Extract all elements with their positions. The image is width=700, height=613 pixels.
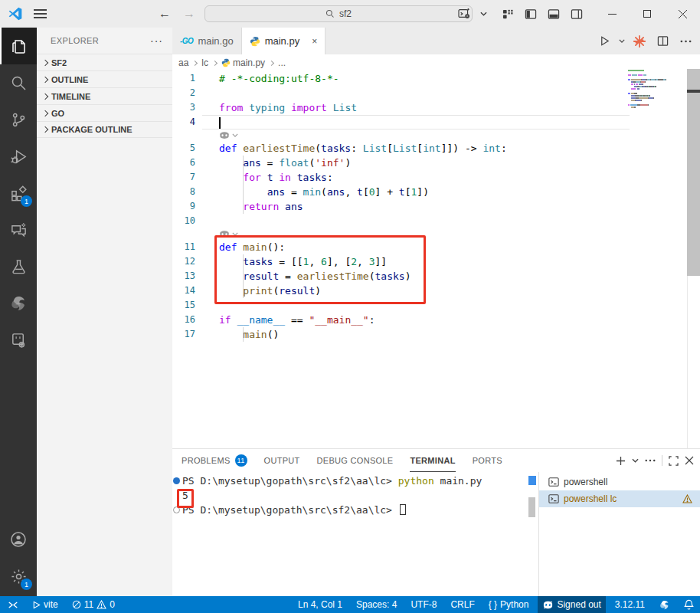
copilot-status[interactable]: Signed out <box>538 596 605 613</box>
minimap[interactable] <box>628 70 683 109</box>
sidebar-section-timeline[interactable]: TIMELINE <box>37 87 172 104</box>
sidebar-section-package-outline[interactable]: PACKAGE OUTLINE <box>37 121 172 138</box>
extension-starburst-icon[interactable] <box>630 31 649 51</box>
activity-extensions[interactable]: 1 <box>0 175 37 211</box>
copilot-inline-widget[interactable] <box>172 228 700 240</box>
explorer-more-actions[interactable]: ··· <box>150 34 163 47</box>
window-minimize-button[interactable] <box>594 0 630 28</box>
terminal-item-label: powershell <box>564 477 607 487</box>
chevron-down-icon[interactable] <box>232 232 238 236</box>
window-close-button[interactable] <box>665 0 700 28</box>
search-icon <box>9 74 28 92</box>
cursor-position[interactable]: Ln 4, Col 1 <box>293 596 347 613</box>
sidebar-title: EXPLORER <box>51 36 99 45</box>
new-terminal-icon[interactable] <box>616 456 626 466</box>
line-number: 10 <box>172 214 202 228</box>
title-bar-actions <box>453 0 700 28</box>
terminal-cursor <box>400 504 406 515</box>
toggle-primary-sidebar-icon[interactable] <box>521 4 541 24</box>
activity-swirl-extension[interactable] <box>0 285 37 322</box>
chevron-right-icon <box>41 93 47 100</box>
tab-main-py[interactable]: main.py × <box>242 28 326 54</box>
code-line-1: 1# -*-coding:utf-8-*- <box>172 71 700 86</box>
maximize-panel-icon[interactable] <box>669 456 679 466</box>
breadcrumb-item-lc[interactable]: lc <box>201 57 208 68</box>
tab-label: main.py <box>265 35 300 47</box>
section-label: PACKAGE OUTLINE <box>51 125 132 134</box>
vite-task-button[interactable]: vite <box>28 596 63 613</box>
code-lines: 1# -*-coding:utf-8-*-23from typing impor… <box>172 71 700 342</box>
terminal-icon <box>548 493 559 504</box>
line-number: 4 <box>172 115 202 129</box>
terminal-item-powershell[interactable]: powershell <box>539 474 700 490</box>
command-success-decoration[interactable] <box>173 477 180 484</box>
sidebar-section-outline[interactable]: OUTLINE <box>37 70 172 87</box>
swirl-extension-status[interactable] <box>654 596 675 613</box>
split-editor-icon[interactable] <box>653 31 672 51</box>
problems-status[interactable]: 11 0 <box>67 596 119 613</box>
tab-close-icon[interactable]: × <box>312 36 317 47</box>
activity-explorer[interactable] <box>0 28 37 64</box>
panel-tab-problems[interactable]: PROBLEMS 11 <box>182 449 247 472</box>
encoding[interactable]: UTF-8 <box>406 596 441 613</box>
panel-tab-terminal[interactable]: TERMINAL <box>410 449 455 472</box>
breadcrumb-item-aa[interactable]: aa <box>178 57 188 68</box>
code-line-9: 9 return ans <box>172 199 700 214</box>
terminal-output[interactable]: PS D:\mysetup\gopath\src\sf2\aa\lc> pyth… <box>172 474 538 597</box>
panel-tab-debug-console[interactable]: DEBUG CONSOLE <box>317 449 394 472</box>
terminal-scrollbar-thumb[interactable] <box>528 497 535 517</box>
eol-sequence[interactable]: CRLF <box>446 596 479 613</box>
toggle-secondary-sidebar-icon[interactable] <box>567 4 587 24</box>
panel-tab-ports[interactable]: PORTS <box>473 449 502 472</box>
activity-testing[interactable] <box>0 248 37 285</box>
panel-tab-label: DEBUG CONSOLE <box>317 456 394 465</box>
section-label: GO <box>51 109 64 118</box>
settings-button[interactable]: 1 <box>0 558 37 595</box>
activity-source-control[interactable] <box>0 101 37 138</box>
nav-back-icon[interactable]: ← <box>155 5 175 23</box>
code-line-13: 13 result = earliestTime(tasks) <box>172 269 700 284</box>
panel-tab-label: TERMINAL <box>410 456 455 465</box>
activity-search[interactable] <box>0 64 37 101</box>
breadcrumb-item-file[interactable]: main.py <box>233 57 265 68</box>
sidebar-section-go[interactable]: GO <box>37 104 172 121</box>
editor-more-actions-icon[interactable] <box>675 31 695 51</box>
toggle-panel-icon[interactable] <box>544 4 564 24</box>
menu-hamburger-icon[interactable] <box>34 9 47 18</box>
editor-scrollbar[interactable] <box>687 69 700 276</box>
language-mode[interactable]: { } Python <box>484 596 534 613</box>
sidebar-section-sf2[interactable]: SF2 <box>37 54 172 70</box>
chevron-right-icon <box>41 126 47 133</box>
run-python-file-button[interactable] <box>594 31 614 51</box>
activity-chat[interactable] <box>0 211 37 248</box>
scrollbar-cursor-marker <box>687 90 700 93</box>
panel-tab-output[interactable]: OUTPUT <box>264 449 300 472</box>
vscode-logo-icon <box>8 6 23 21</box>
terminal-new-profile-icon[interactable] <box>455 4 475 24</box>
notifications-bell[interactable] <box>679 596 698 613</box>
panel-more-actions-icon[interactable] <box>645 459 656 462</box>
code-editor[interactable]: 1# -*-coding:utf-8-*-23from typing impor… <box>172 71 700 448</box>
python-version[interactable]: 3.12.11 <box>610 596 649 613</box>
activity-file-code-gear[interactable] <box>0 322 37 359</box>
search-icon <box>325 9 335 18</box>
line-number: 8 <box>172 185 202 199</box>
remote-indicator[interactable] <box>3 596 23 613</box>
close-panel-icon[interactable] <box>685 456 694 465</box>
breadcrumb-item-symbol[interactable]: ... <box>278 57 286 68</box>
run-dropdown-chevron-icon[interactable] <box>617 31 626 51</box>
customize-layout-icon[interactable] <box>498 4 518 24</box>
window-maximize-button[interactable] <box>630 0 665 28</box>
indentation[interactable]: Spaces: 4 <box>352 596 401 613</box>
account-button[interactable] <box>0 521 37 558</box>
line-number: 9 <box>172 199 202 214</box>
terminal-profile-chevron-icon[interactable] <box>632 458 639 463</box>
nav-forward-icon[interactable]: → <box>179 5 199 23</box>
terminal-item-powershell-lc[interactable]: powershell lc <box>539 490 700 507</box>
activity-run-debug[interactable] <box>0 138 37 175</box>
tab-main-go[interactable]: -GO main.go <box>172 28 242 54</box>
copilot-inline-widget[interactable] <box>172 129 700 141</box>
command-center-search[interactable]: sf2 <box>204 5 473 22</box>
chevron-down-icon[interactable] <box>478 4 489 24</box>
chevron-down-icon[interactable] <box>232 133 238 137</box>
